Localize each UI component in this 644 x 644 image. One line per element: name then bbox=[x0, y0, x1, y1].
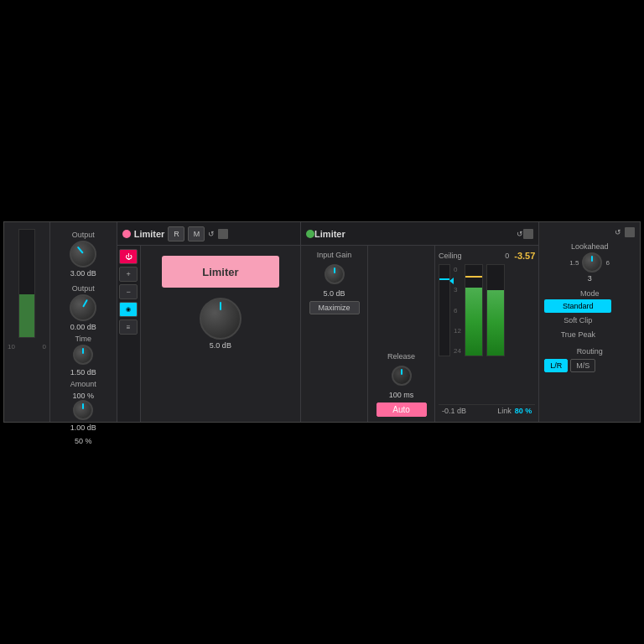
panel4-header: Limiter ↺ bbox=[301, 222, 538, 246]
scale-label-3: 3 bbox=[454, 286, 461, 293]
ceiling-value: -3.57 bbox=[514, 251, 535, 261]
release-label: Release bbox=[387, 352, 415, 361]
scale-0: 0 bbox=[505, 252, 509, 260]
time-label: Time bbox=[75, 335, 91, 343]
sidebar-btn-circle[interactable]: ◉ bbox=[119, 302, 138, 317]
mode-section: Mode Standard Soft Clip True Peak bbox=[544, 289, 635, 342]
input-gain-label: Input Gain bbox=[317, 251, 352, 259]
release-knob[interactable] bbox=[392, 366, 412, 386]
limiter-knob[interactable] bbox=[200, 298, 242, 340]
meter-scale: 0 3 6 12 24 bbox=[454, 264, 461, 356]
output-controls: Output 3.00 dB Output 0.00 dB Time 1.50 … bbox=[50, 222, 117, 422]
mode-truepeak-btn[interactable]: True Peak bbox=[544, 328, 611, 341]
refresh-icon2[interactable]: ↺ bbox=[517, 230, 523, 238]
meter-section: Ceiling 0 -3.57 0 3 6 12 bbox=[435, 246, 538, 422]
refresh-icon3[interactable]: ↺ bbox=[615, 228, 621, 236]
mode-label: Mode bbox=[544, 289, 635, 298]
mode-standard-btn[interactable]: Standard bbox=[544, 299, 611, 313]
link-value: 80 % bbox=[515, 407, 532, 415]
panel4-body: Input Gain 5.0 dB Maximize Release 100 m… bbox=[301, 246, 538, 422]
limiter-knob-value: 5.0 dB bbox=[210, 341, 231, 350]
mode-softclip-btn[interactable]: Soft Clip bbox=[544, 314, 611, 327]
amount-knob[interactable] bbox=[73, 400, 93, 420]
power-indicator2[interactable] bbox=[306, 230, 314, 238]
right-meter-fill bbox=[487, 290, 504, 356]
time-value: 1.50 dB bbox=[70, 368, 96, 377]
scale-label-24: 24 bbox=[454, 347, 461, 355]
time-knob[interactable] bbox=[73, 345, 93, 365]
amount2-value: 1.00 dB bbox=[70, 423, 96, 432]
routing-section: Routing L/R M/S bbox=[544, 347, 635, 372]
ceiling-label: Ceiling bbox=[439, 252, 462, 260]
db-value: -0.1 dB bbox=[442, 407, 466, 415]
lookahead-min: 1.5 bbox=[569, 259, 579, 267]
scale-label-6: 6 bbox=[454, 307, 461, 314]
lookahead-section: Lookahead 1.5 6 3 bbox=[544, 242, 635, 283]
output2-knob-container: Output 0.00 dB bbox=[70, 284, 96, 331]
amount-label: Amount bbox=[70, 380, 96, 388]
bottom-row: -0.1 dB Link 80 % bbox=[439, 404, 535, 417]
output2-label: Output bbox=[72, 284, 95, 293]
amount-knob-container: 100 % 1.00 dB bbox=[70, 390, 96, 432]
lookahead-knob-row: 1.5 6 bbox=[569, 252, 610, 273]
link-label: Link bbox=[497, 407, 512, 415]
ceiling-slider[interactable] bbox=[439, 264, 450, 356]
input-gain-knob[interactable] bbox=[325, 264, 345, 284]
meter-fill bbox=[19, 294, 34, 337]
routing-lr-btn[interactable]: L/R bbox=[544, 359, 568, 372]
link-row: Link 80 % bbox=[497, 407, 532, 415]
panel3-title: Limiter bbox=[134, 229, 165, 239]
input-gain-value: 5.0 dB bbox=[324, 289, 345, 298]
scale-label-0: 0 bbox=[454, 266, 461, 273]
scale-label-10: 10 bbox=[8, 343, 15, 351]
sidebar-btn-minus[interactable]: − bbox=[119, 284, 138, 299]
save-icon[interactable] bbox=[218, 229, 228, 239]
output-knob-container: Output 3.00 dB bbox=[70, 231, 96, 278]
output-knob[interactable] bbox=[70, 241, 96, 267]
amount3-value: 50 % bbox=[75, 437, 92, 445]
output-value: 3.00 dB bbox=[70, 269, 96, 278]
power-indicator[interactable] bbox=[122, 230, 131, 238]
limiter2-plugin-panel: Limiter ↺ Input Gain 5.0 dB Maximize Rel… bbox=[301, 222, 539, 422]
output-meter bbox=[18, 229, 35, 338]
scale-label-0: 0 bbox=[42, 343, 45, 351]
left-meter-fill bbox=[465, 288, 482, 356]
limiter-plugin-panel: Limiter R M ↺ ⏻ + − ◉ ≡ Limiter 5.0 dB bbox=[117, 222, 301, 422]
meter-strip: 10 0 bbox=[4, 222, 50, 422]
left-peak-line bbox=[465, 276, 482, 278]
sidebar-btn-plus[interactable]: + bbox=[119, 267, 138, 282]
save-icon2[interactable] bbox=[523, 229, 533, 239]
scale-label-12: 12 bbox=[454, 327, 461, 335]
sidebar-btn-power[interactable]: ⏻ bbox=[119, 249, 138, 264]
left-meter bbox=[465, 264, 483, 356]
panel5-header: ↺ bbox=[544, 226, 635, 239]
btn-m[interactable]: M bbox=[188, 226, 205, 242]
lookahead-value: 3 bbox=[588, 274, 592, 283]
panel3-body: ⏻ + − ◉ ≡ Limiter 5.0 dB bbox=[117, 246, 300, 422]
routing-row: L/R M/S bbox=[544, 359, 635, 372]
ceiling-arrow bbox=[449, 278, 454, 284]
maximize-button[interactable]: Maximize bbox=[309, 301, 360, 314]
release-section: Release 100 ms Auto bbox=[368, 246, 435, 422]
output2-value: 0.00 dB bbox=[70, 323, 96, 331]
lookahead-label: Lookahead bbox=[571, 242, 609, 251]
sidebar-btn-menu[interactable]: ≡ bbox=[119, 319, 138, 335]
panel3-sidebar: ⏻ + − ◉ ≡ bbox=[117, 246, 141, 422]
auto-button[interactable]: Auto bbox=[377, 402, 427, 417]
release-value: 100 ms bbox=[389, 391, 414, 399]
btn-r[interactable]: R bbox=[168, 226, 184, 242]
routing-ms-btn[interactable]: M/S bbox=[570, 359, 595, 372]
routing-label: Routing bbox=[544, 347, 635, 356]
amount-value: 100 % bbox=[73, 392, 95, 400]
ceiling-marker bbox=[439, 278, 449, 280]
ceiling-row: Ceiling 0 -3.57 bbox=[439, 251, 535, 261]
save-icon3[interactable] bbox=[625, 227, 635, 237]
refresh-icon[interactable]: ↺ bbox=[208, 230, 215, 238]
lookahead-knob[interactable] bbox=[582, 252, 602, 273]
settings-panel: ↺ Lookahead 1.5 6 3 Mode Standard Soft C… bbox=[539, 222, 640, 422]
limiter-display-box: Limiter bbox=[162, 256, 279, 288]
lookahead-max: 6 bbox=[605, 259, 609, 267]
right-meter bbox=[486, 264, 505, 356]
panel4-title: Limiter bbox=[314, 229, 345, 239]
output2-knob[interactable] bbox=[70, 294, 96, 321]
